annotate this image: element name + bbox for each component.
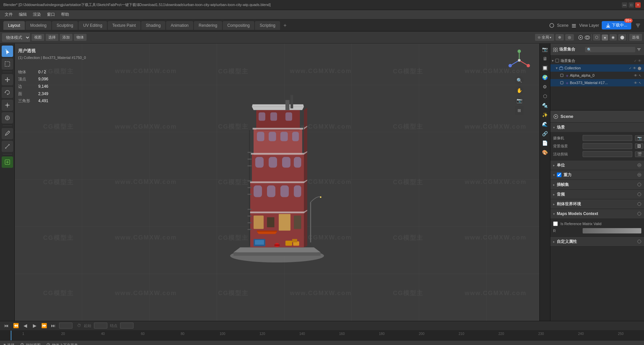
tab-texture-paint[interactable]: Texture Paint <box>108 21 141 30</box>
overlay-icon[interactable] <box>585 35 590 40</box>
outliner-item-collection[interactable]: ▾ Collection ✓ 👁 ⬤ <box>550 64 644 72</box>
prop-data-tab[interactable]: 📄 <box>541 139 549 147</box>
prop-render-tab[interactable]: 📷 <box>541 45 549 54</box>
hand-tool-btn[interactable]: ✋ <box>515 86 524 95</box>
minimize-button[interactable]: — <box>622 2 627 8</box>
wireframe-btn[interactable]: ⬡ <box>593 34 600 41</box>
timeline-track[interactable]: 1 20 40 60 80 100 120 140 160 180 200 21… <box>0 331 644 340</box>
camera-input[interactable] <box>583 135 632 141</box>
custom-props-section-header[interactable]: ▸ 自定义属性 <box>550 237 644 246</box>
outliner-filter-icon[interactable] <box>637 47 641 52</box>
jump-to-end-btn[interactable]: ⏭ <box>50 322 57 329</box>
active-clip-browse-btn[interactable]: 🎬 <box>635 151 644 157</box>
prop-physics-tab[interactable]: 🌊 <box>541 120 549 129</box>
prop-view-layer-tab[interactable]: 🔲 <box>541 64 549 72</box>
viewport-options-btn[interactable]: 选项 <box>629 34 642 41</box>
bg-scene-browse-btn[interactable]: 🖼 <box>635 143 643 149</box>
alpha-cursor[interactable]: ↖ <box>639 74 641 77</box>
play-reverse-btn[interactable]: ◀ <box>21 322 29 329</box>
gravity-checkbox[interactable] <box>557 172 561 177</box>
object-menu-btn[interactable]: 物体 <box>74 34 87 41</box>
select-menu-btn[interactable]: 选择 <box>46 34 58 41</box>
box373-eye[interactable]: 👁 <box>634 81 637 85</box>
outliner-item-scene-collection[interactable]: ▾ 场景集合 ✓ 👁 <box>550 57 644 64</box>
prop-output-tab[interactable]: 🖥 <box>541 54 549 63</box>
bg-scene-input[interactable] <box>583 143 632 149</box>
tab-shading[interactable]: Shading <box>141 21 165 30</box>
view-menu-btn[interactable]: 视图 <box>32 34 44 41</box>
tab-rendering[interactable]: Rendering <box>194 21 222 30</box>
measure-tool[interactable] <box>2 141 13 152</box>
collection-eye[interactable]: 👁 <box>633 66 636 70</box>
rotate-tool[interactable] <box>2 87 13 98</box>
tab-animation[interactable]: Animation <box>166 21 193 30</box>
current-frame-input[interactable]: 1 <box>59 323 72 329</box>
move-tool[interactable] <box>2 74 13 85</box>
tab-uv-editing[interactable]: UV Editing <box>78 21 107 30</box>
rendered-btn[interactable]: ⬤ <box>618 34 626 41</box>
units-section-header[interactable]: ▸ 单位 <box>550 160 644 170</box>
scale-tool[interactable] <box>2 99 13 111</box>
zoom-to-fit-btn[interactable]: 🔍 <box>515 76 524 85</box>
menu-edit[interactable]: 编辑 <box>16 11 30 18</box>
pivot-selector[interactable]: ⊙ 全局 <box>535 34 554 41</box>
add-menu-btn[interactable]: 添加 <box>60 34 72 41</box>
snap-toggle[interactable]: ⊕ <box>555 34 564 41</box>
jump-to-start-btn[interactable]: ⏮ <box>3 322 10 329</box>
transform-tool[interactable] <box>2 112 13 124</box>
outliner-item-alpha[interactable]: ◈ Alpha_alpha_0 👁 ↖ <box>550 72 644 79</box>
maximize-button[interactable]: □ <box>629 2 634 8</box>
close-button[interactable]: ✕ <box>635 2 641 8</box>
prev-keyframe-btn[interactable]: ⏪ <box>12 322 19 329</box>
menu-render[interactable]: 渲染 <box>30 11 44 18</box>
collection-hide[interactable]: ⬤ <box>638 66 641 70</box>
show-gizmos-icon[interactable] <box>578 35 583 40</box>
camera-browse-btn[interactable]: 📷 <box>635 135 644 141</box>
prop-constraints-tab[interactable]: 🔗 <box>541 129 549 138</box>
prop-world-tab[interactable]: ⚙ <box>541 82 549 91</box>
next-keyframe-btn[interactable]: ⏩ <box>40 322 48 329</box>
solid-btn[interactable]: ● <box>602 34 608 41</box>
tab-layout[interactable]: Layout <box>3 21 25 30</box>
start-frame-input[interactable]: 1 <box>94 323 107 329</box>
annotate-tool[interactable] <box>2 128 13 139</box>
prop-particles-tab[interactable]: ✨ <box>541 111 549 119</box>
add-workspace-button[interactable]: + <box>281 21 289 30</box>
proportional-edit[interactable]: ◎ <box>565 34 574 41</box>
mode-selector[interactable]: 物体模式 <box>2 33 30 42</box>
r-color-bar[interactable] <box>583 228 641 233</box>
end-frame-input[interactable]: 250 <box>120 323 133 329</box>
add-object-btn[interactable] <box>2 156 13 168</box>
menu-help[interactable]: 帮助 <box>58 11 72 18</box>
tab-modeling[interactable]: Modeling <box>25 21 51 30</box>
alpha-eye[interactable]: 👁 <box>634 74 637 77</box>
keying-section-header[interactable]: ▸ 插帧集 <box>550 180 644 189</box>
prop-material-tab[interactable]: 🎨 <box>541 148 549 157</box>
play-btn[interactable]: ▶ <box>31 322 38 329</box>
active-clip-input[interactable] <box>583 151 632 157</box>
outliner-item-box373[interactable]: ◈ Box373_Material #17... 👁 ↖ <box>550 79 644 86</box>
grid-view-btn[interactable]: ⊞ <box>515 106 524 115</box>
scene-section-header[interactable]: ▾ 场景 <box>550 123 644 132</box>
audio-section-header[interactable]: ▸ 音频 <box>550 190 644 199</box>
tab-scripting[interactable]: Scripting <box>255 21 280 30</box>
gizmo-area[interactable]: Y X Z 🔍 ✋ 📷 ⊞ <box>506 47 533 115</box>
prop-scene-tab[interactable]: 🌍 <box>541 73 549 82</box>
prop-modifier-tab[interactable]: 🔩 <box>541 101 549 110</box>
box373-cursor[interactable]: ↖ <box>639 81 641 85</box>
gravity-section-header[interactable]: ▾ 重力 <box>550 170 644 180</box>
menu-file[interactable]: 文件 <box>2 11 15 18</box>
cursor-tool[interactable] <box>2 46 13 57</box>
maps-models-section-header[interactable]: ▾ Maps Models Context <box>550 209 644 218</box>
select-tool[interactable] <box>2 58 13 70</box>
camera-view-btn[interactable]: 📷 <box>515 96 524 105</box>
is-ref-matrix-checkbox[interactable] <box>553 221 558 226</box>
viewport-3d[interactable]: CG模型主 www.CGMXW.com CG模型主 www.CGMXW.com … <box>15 44 539 321</box>
prop-object-tab[interactable]: ⬡ <box>541 92 549 100</box>
tab-compositing[interactable]: Compositing <box>223 21 255 30</box>
material-preview-btn[interactable]: ◉ <box>609 34 617 41</box>
tab-sculpting[interactable]: Sculpting <box>52 21 78 30</box>
menu-window[interactable]: 窗口 <box>44 11 58 18</box>
rigid-body-section-header[interactable]: ▸ 刚体世界环境 <box>550 199 644 209</box>
outliner-search-input[interactable] <box>585 47 635 52</box>
